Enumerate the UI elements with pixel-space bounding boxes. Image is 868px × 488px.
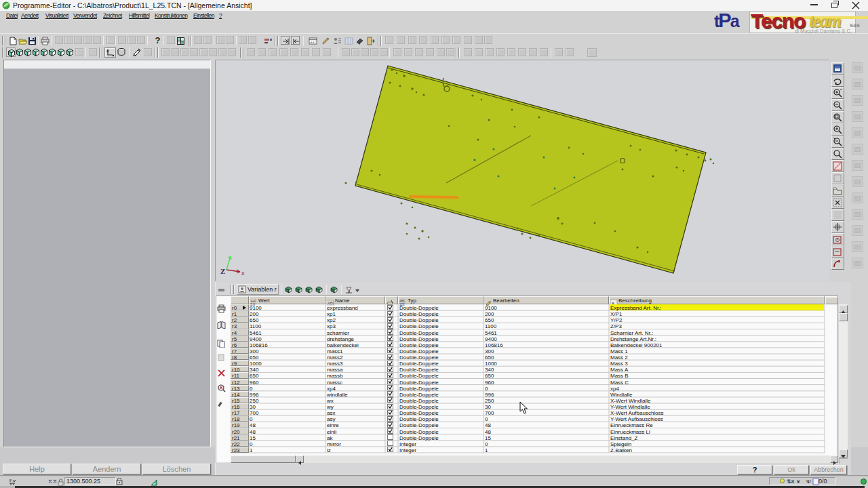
svg-text:¥: ¥ xyxy=(796,479,800,485)
svg-text:Ψ: Ψ xyxy=(806,479,811,485)
svg-text:⇅8: ⇅8 xyxy=(787,479,795,485)
